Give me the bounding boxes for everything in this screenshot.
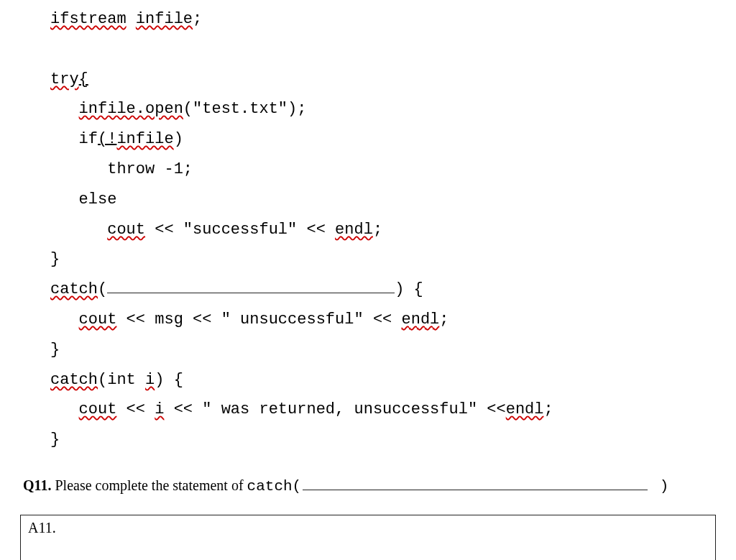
- code-text: << "successful" <<: [145, 221, 335, 239]
- code-text: ): [174, 130, 183, 148]
- code-text: endl: [402, 311, 440, 329]
- question-code: catch(: [247, 478, 302, 495]
- code-text: if: [50, 130, 98, 148]
- code-text: <<: [116, 400, 155, 418]
- code-text: }: [50, 431, 60, 449]
- question-line: Q11. Please complete the statement of ca…: [0, 455, 736, 495]
- question-text: Please complete the statement of: [51, 477, 247, 493]
- code-text: endl: [335, 221, 373, 239]
- code-text: (!: [98, 130, 116, 148]
- code-text: ;: [193, 10, 202, 28]
- code-text: [50, 221, 107, 239]
- code-text: {: [79, 70, 88, 88]
- code-text: [126, 10, 136, 28]
- code-text: try: [50, 70, 79, 88]
- code-text: (: [98, 280, 107, 298]
- code-text: else: [50, 191, 116, 208]
- question-label: Q11.: [23, 477, 51, 493]
- code-text: i: [155, 400, 164, 418]
- code-text: ;: [544, 400, 553, 418]
- question-close: ): [650, 478, 668, 495]
- code-text: ifstream: [50, 10, 126, 28]
- code-text: catch: [50, 371, 98, 389]
- code-text: cout: [79, 311, 117, 329]
- code-block: ifstream infile; try{ infile.open("test.…: [0, 0, 736, 455]
- answer-label: A11.: [28, 520, 56, 536]
- code-text: throw -1;: [50, 160, 193, 178]
- code-text: [50, 311, 79, 329]
- code-text: endl: [506, 400, 544, 418]
- code-text: ;: [439, 311, 448, 329]
- code-text: ;: [373, 221, 382, 239]
- code-text: ("test.txt");: [183, 100, 307, 118]
- code-text: infile: [116, 130, 173, 148]
- code-text: }: [50, 250, 60, 268]
- code-text: (int: [98, 371, 145, 389]
- code-text: cout: [79, 400, 117, 418]
- code-text: << msg << " unsuccessful" <<: [116, 311, 401, 329]
- code-text: [50, 400, 79, 418]
- code-text: [50, 100, 79, 118]
- code-text: infile: [136, 10, 193, 28]
- code-text: i: [145, 371, 155, 389]
- code-text: infile.open: [79, 100, 183, 118]
- code-text: ) {: [395, 280, 423, 298]
- blank-in-question: [303, 475, 648, 490]
- code-text: << " was returned, unsuccessful" <<: [164, 400, 505, 418]
- code-text: ) {: [155, 371, 183, 389]
- answer-box[interactable]: A11.: [20, 515, 716, 560]
- code-text: }: [50, 341, 60, 359]
- code-text: cout: [107, 221, 145, 239]
- blank-in-code: [107, 277, 395, 293]
- code-text: catch: [50, 280, 98, 298]
